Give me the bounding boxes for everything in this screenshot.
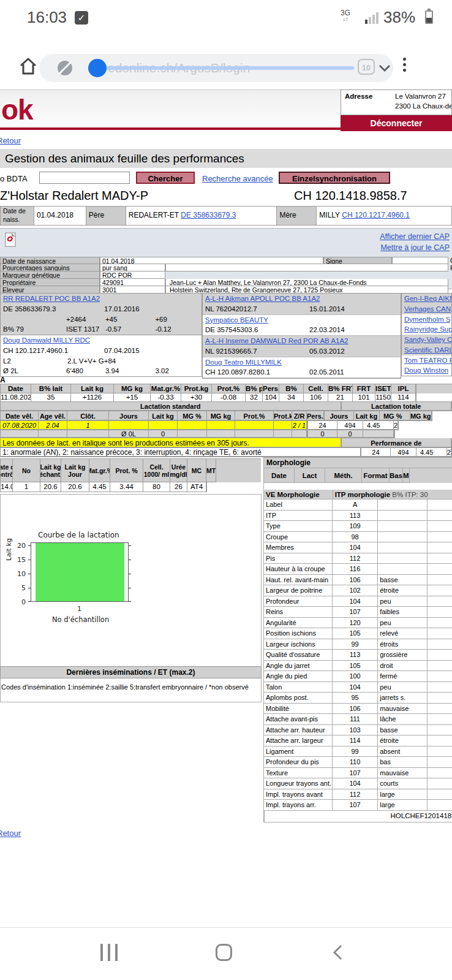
morpho-trait-label: Label — [264, 499, 333, 511]
greatgrandparent-link[interactable]: Tom TEATRO R — [404, 357, 451, 364]
lact-avg-cell — [274, 430, 292, 438]
cut-label-p: P — [448, 264, 452, 272]
chart-xtick: 1 — [77, 605, 81, 613]
lact-header-cell: Lait kg — [149, 411, 178, 420]
control-table: Date de contrôleNoLait kg échant.Lait kg… — [0, 458, 261, 492]
bdta-input[interactable] — [39, 172, 130, 184]
greatgrandparent-link[interactable]: Verhages CAN — [404, 305, 451, 313]
logout-button[interactable]: Déconnecter — [341, 115, 452, 131]
morpho-trait-desc: fermé — [378, 671, 428, 682]
grandparent-link[interactable]: Sympatico BEAUTY — [205, 316, 268, 324]
morpho-trait-desc — [378, 564, 428, 575]
menu-kebab-icon[interactable] — [403, 55, 406, 74]
chevron-down-icon[interactable] — [377, 62, 392, 77]
dam-link[interactable]: Doug Damwald MILLY RDC — [3, 336, 90, 344]
perf-value-cell: 101 — [353, 393, 375, 402]
grandparent-link[interactable]: A-L-H Inseme DAMWALD Red POR AB A1A2 — [205, 337, 348, 344]
home-icon[interactable] — [19, 56, 37, 78]
lact-avg-cell: 0 — [149, 430, 178, 438]
morpho-trait-value: 112 — [333, 553, 378, 564]
lact-row-cell — [109, 421, 149, 430]
sire-id-link[interactable]: DE 358633679.3 — [181, 211, 236, 219]
morpho-trait-value: 105 — [333, 628, 378, 639]
morpho-trait-extra — [428, 661, 452, 672]
perf-lact-title: Performance de — [342, 438, 452, 447]
morpho-trait-label: Croupe — [264, 532, 333, 543]
perf-value-cell: 114 — [391, 393, 416, 402]
morpho-trait-label: Attache avant-pis — [264, 714, 333, 725]
morpho-trait-value: 114 — [333, 735, 378, 746]
dam-name: MILLY — [319, 211, 340, 219]
home-button[interactable] — [216, 944, 232, 961]
advanced-search-link[interactable]: Recherche avancée — [202, 174, 273, 183]
itp-label: ITP morphologie — [335, 491, 391, 498]
greatgrandparent-link[interactable]: Rainyridge Sup — [404, 325, 451, 333]
lact-tot-avg-cell: 0 — [337, 430, 363, 438]
site-logo: ok — [1, 93, 33, 126]
clock: 16:03 — [27, 8, 67, 27]
morpho-trait-label: Angularité — [264, 618, 333, 629]
einzelsync-button[interactable]: Einzelsynchronisation — [279, 172, 390, 184]
control-value-cell: 20.6 — [61, 482, 89, 492]
greatgrandparent-link[interactable]: Scientific DARL — [404, 346, 451, 354]
morpho-trait-desc: grossière — [378, 650, 428, 661]
greatgrandparent-link[interactable]: Doug Winston — [404, 367, 448, 374]
morpho-trait-value: 99 — [333, 639, 378, 650]
grandparent-link[interactable]: A-L-H Aikman APOLL POC BB A1A2 — [205, 295, 320, 302]
lact-header-cell: Z/R — [292, 411, 307, 420]
battery-icon — [425, 10, 433, 24]
grandparent-link[interactable]: Doug Teatro MILLYMILK — [205, 359, 282, 366]
perf-header-cell: B% — [279, 384, 304, 393]
morpho-trait-desc: relevé — [378, 628, 428, 639]
chart-title: Courbe de la lactation — [38, 531, 119, 539]
dam-date: 07.04.2015 — [104, 346, 140, 356]
pdf-icon[interactable] — [5, 232, 17, 249]
back-button[interactable] — [331, 944, 344, 963]
retour-top-link[interactable]: Retour — [0, 136, 21, 145]
update-cap-link[interactable]: Mettre à jour le CAP — [380, 243, 450, 252]
morpho-footer-code: HOLCHEF120141898 — [264, 811, 452, 822]
signe-value — [392, 257, 448, 264]
perf-value-cell: 32 — [246, 393, 263, 402]
pedigree-parents-block: RR REDALERT POC BB A1A2 DE 358633679.3 1… — [0, 293, 202, 377]
morpho-row: ITP 113 — [264, 511, 452, 522]
sire-stat: B% 79 — [1, 324, 66, 335]
morpho-trait-extra — [428, 532, 452, 543]
lact-avg-cell — [307, 430, 307, 438]
lact-header-cell: Prot.kg — [274, 411, 292, 420]
morpho-trait-value: 98 — [333, 532, 378, 543]
lact-row-cell — [149, 421, 178, 430]
retour-bottom-link[interactable]: Retour — [0, 829, 21, 838]
greatgrandparent-link[interactable]: Dymentholm S — [404, 316, 450, 323]
morpho-row: Attache arr. hauteur 103 basse — [264, 725, 452, 736]
morpho-title: Morphologie — [264, 457, 452, 468]
control-value-cell: 1 — [13, 482, 40, 492]
greatgrandparent-link[interactable]: Sandy-Valley C — [404, 336, 451, 343]
dam-id-link[interactable]: CH 120.1217.4960.1 — [342, 211, 410, 219]
morpho-trait-value: 110 — [333, 757, 378, 768]
morpho-trait-desc: étroits — [378, 639, 428, 650]
sire-link[interactable]: RR REDALERT POC BB A1A2 — [3, 295, 100, 302]
morpho-trait-label: Hauteur à la croupe — [264, 564, 333, 575]
lact-header-cell: Clôt. — [67, 411, 109, 420]
greatgrandparent-link[interactable]: Gen-I-Beq AIKM — [404, 295, 451, 302]
perf-value-cell: +15 — [114, 393, 151, 402]
morpho-trait-extra — [428, 639, 452, 650]
control-header-cell: MT — [206, 459, 216, 482]
data-saver-icon — [56, 59, 73, 79]
chercher-button[interactable]: Chercher — [136, 172, 195, 184]
tab-counter[interactable]: 10 — [358, 59, 375, 75]
ytick-10: 10 — [12, 570, 26, 578]
morpho-trait-label: Largeur de poitrine — [264, 585, 333, 596]
ve-label: VE Morphologie — [264, 490, 333, 499]
lact-tot-header-cell: MG kg — [410, 411, 432, 420]
navbar-divider — [0, 927, 452, 928]
show-cap-link[interactable]: Afficher dernier CAP — [380, 232, 450, 241]
morpho-row: Position ischions 105 relevé — [264, 628, 452, 639]
perf-lact-cell: 494 — [391, 448, 416, 457]
address-line1: Le Valanvron 27 — [395, 93, 451, 100]
morpho-row: Qualité d'ossature 113 grossière — [264, 650, 452, 661]
lact-avg-cell — [39, 430, 67, 438]
recents-button[interactable] — [98, 944, 120, 963]
morpho-trait-extra — [428, 607, 452, 618]
